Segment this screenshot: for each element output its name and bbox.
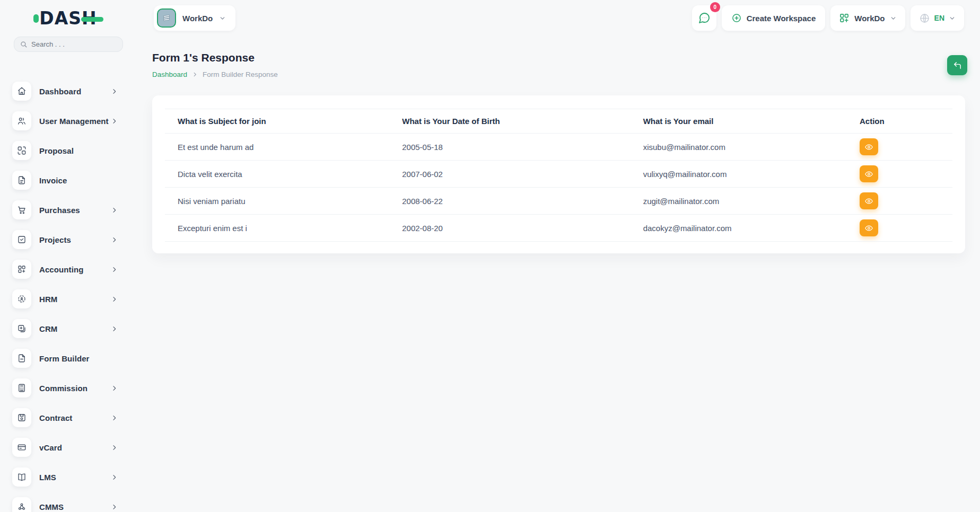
sidebar-search[interactable] — [14, 37, 123, 52]
sidebar-item-lms[interactable]: LMS — [0, 462, 137, 492]
cell-email: xisubu@mailinator.com — [631, 134, 847, 161]
view-response-button[interactable] — [860, 165, 878, 182]
chevron-right-icon — [111, 207, 118, 214]
cell-subject: Et est unde harum ad — [165, 134, 389, 161]
chevron-right-icon — [111, 266, 118, 273]
globe-icon — [919, 13, 930, 24]
sidebar-item-accounting[interactable]: Accounting — [0, 254, 137, 284]
breadcrumb-dashboard-link[interactable]: Dashboard — [152, 70, 187, 78]
eye-icon — [864, 170, 873, 179]
sidebar-item-user-management[interactable]: User Management — [0, 106, 137, 136]
app-root: DASH Dashboard User Mana — [0, 0, 980, 512]
return-arrow-icon — [953, 61, 962, 70]
table-row: Et est unde harum ad 2005-05-18 xisubu@m… — [165, 134, 952, 161]
search-icon — [20, 40, 28, 48]
users-icon — [12, 111, 31, 130]
sidebar-item-label: Form Builder — [39, 354, 90, 363]
sidebar: DASH Dashboard User Mana — [0, 0, 137, 512]
cell-dob: 2005-05-18 — [389, 134, 630, 161]
table-row: Nisi veniam pariatu 2008-06-22 zugit@mai… — [165, 188, 952, 215]
sidebar-item-label: vCard — [39, 443, 62, 452]
messages-button[interactable]: 0 — [692, 5, 716, 31]
language-code: EN — [934, 14, 944, 22]
workspace-switcher[interactable]: WorkDo — [154, 5, 235, 31]
chevron-right-icon — [111, 444, 118, 451]
cell-email: dacokyz@mailinator.com — [631, 215, 847, 242]
chevron-down-icon — [949, 15, 956, 22]
page-title: Form 1's Response — [152, 51, 255, 64]
sidebar-item-label: User Management — [39, 117, 109, 126]
sidebar-item-proposal[interactable]: Proposal — [0, 136, 137, 165]
workspace-avatar-building-icon — [157, 8, 176, 28]
cell-subject: Excepturi enim est i — [165, 215, 389, 242]
logo-dot-accent — [33, 14, 39, 23]
eye-icon — [864, 224, 873, 233]
cell-dob: 2002-08-20 — [389, 215, 630, 242]
messages-count-badge: 0 — [710, 2, 720, 12]
sidebar-item-cmms[interactable]: CMMS — [0, 492, 137, 512]
responses-table: What is Subject for join What is Your Da… — [165, 109, 952, 242]
search-input[interactable] — [31, 40, 117, 48]
sidebar-item-label: Projects — [39, 235, 71, 244]
view-response-button[interactable] — [860, 192, 878, 209]
sidebar-item-label: Proposal — [39, 146, 74, 155]
file-text-icon — [12, 171, 31, 190]
swap-boxes-icon — [12, 141, 31, 160]
sidebar-item-label: LMS — [39, 473, 56, 482]
box-plus-icon — [12, 319, 31, 338]
topbar-actions: 0 Create Workspace WorkDo EN — [692, 5, 964, 31]
column-header-dob: What is Your Date of Birth — [389, 109, 630, 134]
chevron-right-icon — [111, 236, 118, 243]
chevron-right-icon — [111, 118, 118, 125]
sidebar-item-invoice[interactable]: Invoice — [0, 165, 137, 195]
sidebar-item-label: Purchases — [39, 206, 80, 215]
chevron-down-icon — [890, 15, 897, 22]
workspace-name: WorkDo — [182, 14, 213, 23]
language-dropdown[interactable]: EN — [911, 5, 964, 31]
create-workspace-button[interactable]: Create Workspace — [722, 5, 826, 31]
view-response-button[interactable] — [860, 138, 878, 155]
shopping-cart-icon — [12, 200, 31, 219]
sidebar-item-projects[interactable]: Projects — [0, 225, 137, 254]
calculator-icon — [12, 378, 31, 398]
sidebar-item-hrm[interactable]: HRM — [0, 284, 137, 314]
cell-email: zugit@mailinator.com — [631, 188, 847, 215]
responses-card: What is Subject for join What is Your Da… — [152, 95, 965, 253]
chevron-right-icon — [111, 385, 118, 392]
sidebar-nav: Dashboard User Management Proposal — [0, 76, 137, 512]
sidebar-item-contract[interactable]: Contract — [0, 403, 137, 432]
breadcrumb-current: Form Builder Response — [203, 70, 278, 78]
sidebar-item-commission[interactable]: Commission — [0, 373, 137, 403]
sidebar-item-vcard[interactable]: vCard — [0, 432, 137, 462]
plus-circle-icon — [731, 13, 742, 23]
sidebar-item-dashboard[interactable]: Dashboard — [0, 76, 137, 106]
sidebar-item-label: HRM — [39, 295, 57, 304]
grid-plus-icon — [12, 260, 31, 279]
logo-dash-accent — [81, 17, 103, 22]
open-book-icon — [12, 467, 31, 487]
chat-bubble-icon — [698, 12, 711, 24]
column-header-action: Action — [847, 109, 952, 134]
sidebar-item-crm[interactable]: CRM — [0, 314, 137, 343]
chevron-right-icon — [111, 325, 118, 332]
sidebar-item-label: CRM — [39, 324, 57, 333]
apps-grid-plus-icon — [839, 13, 850, 23]
chevron-right-icon — [111, 474, 118, 481]
person-focus-icon — [12, 289, 31, 308]
sidebar-item-form-builder[interactable]: Form Builder — [0, 343, 137, 373]
sidebar-item-purchases[interactable]: Purchases — [0, 195, 137, 225]
cell-dob: 2008-06-22 — [389, 188, 630, 215]
table-row: Excepturi enim est i 2002-08-20 dacokyz@… — [165, 215, 952, 242]
chevron-down-icon — [219, 15, 226, 22]
check-square-icon — [12, 230, 31, 249]
apps-dropdown[interactable]: WorkDo — [830, 5, 905, 31]
brand-logo[interactable]: DASH — [0, 10, 137, 27]
cell-email: vulixyq@mailinator.com — [631, 161, 847, 188]
view-response-button[interactable] — [860, 219, 878, 236]
credit-card-icon — [12, 438, 31, 457]
column-header-subject: What is Subject for join — [165, 109, 389, 134]
back-button[interactable] — [947, 55, 967, 75]
cell-subject: Dicta velit exercita — [165, 161, 389, 188]
sidebar-item-label: Accounting — [39, 265, 84, 274]
table-row: Dicta velit exercita 2007-06-02 vulixyq@… — [165, 161, 952, 188]
